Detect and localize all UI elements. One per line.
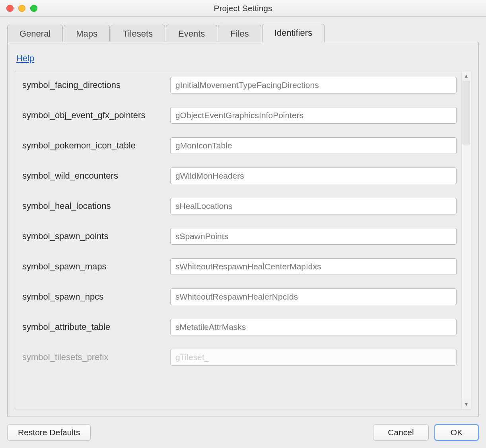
scroll-down-icon[interactable]: ▼	[462, 399, 471, 409]
identifier-label: symbol_spawn_maps	[20, 261, 170, 272]
scroll-track[interactable]	[462, 81, 471, 399]
zoom-icon[interactable]	[30, 5, 37, 12]
tab-general[interactable]: General	[7, 25, 63, 43]
identifier-input-spawn-points[interactable]	[170, 228, 457, 245]
identifier-row: symbol_attribute_table	[20, 319, 457, 335]
identifier-input-attribute-table[interactable]	[170, 319, 457, 335]
identifier-row: symbol_facing_directions	[20, 77, 457, 93]
identifier-label: symbol_heal_locations	[20, 201, 170, 211]
identifiers-list-container: symbol_facing_directions symbol_obj_even…	[15, 71, 471, 409]
identifier-row: symbol_spawn_npcs	[20, 288, 457, 305]
identifier-label: symbol_spawn_points	[20, 231, 170, 242]
tab-identifiers[interactable]: Identifiers	[262, 24, 325, 43]
identifier-input-tilesets-prefix[interactable]	[170, 349, 457, 366]
scrollbar[interactable]: ▲ ▼	[461, 71, 471, 409]
identifier-label: symbol_obj_event_gfx_pointers	[20, 110, 170, 121]
dialog-footer: Restore Defaults Cancel OK	[7, 424, 479, 441]
identifier-input-pokemon-icon-table[interactable]	[170, 137, 457, 154]
identifier-label: symbol_wild_encounters	[20, 171, 170, 181]
tab-tilesets[interactable]: Tilesets	[111, 25, 165, 43]
identifier-label: symbol_facing_directions	[20, 80, 170, 90]
identifier-label: symbol_pokemon_icon_table	[20, 140, 170, 151]
tab-events[interactable]: Events	[166, 25, 217, 43]
identifier-input-facing-directions[interactable]	[170, 77, 457, 93]
identifier-label: symbol_spawn_npcs	[20, 292, 170, 302]
titlebar: Project Settings	[0, 0, 486, 17]
identifier-row: symbol_tilesets_prefix	[20, 349, 457, 366]
identifier-input-spawn-maps[interactable]	[170, 258, 457, 275]
tab-maps[interactable]: Maps	[64, 25, 110, 43]
identifier-row: symbol_wild_encounters	[20, 168, 457, 184]
identifier-input-wild-encounters[interactable]	[170, 168, 457, 184]
identifier-label: symbol_attribute_table	[20, 322, 170, 332]
scroll-thumb[interactable]	[463, 81, 470, 144]
scroll-up-icon[interactable]: ▲	[462, 71, 471, 81]
close-icon[interactable]	[6, 5, 14, 12]
identifier-row: symbol_spawn_points	[20, 228, 457, 245]
restore-defaults-button[interactable]: Restore Defaults	[7, 424, 91, 441]
identifier-row: symbol_heal_locations	[20, 198, 457, 214]
identifier-input-heal-locations[interactable]	[170, 198, 457, 214]
identifiers-list: symbol_facing_directions symbol_obj_even…	[15, 71, 461, 409]
tab-panel-identifiers: Help symbol_facing_directions symbol_obj…	[7, 42, 479, 417]
identifier-row: symbol_obj_event_gfx_pointers	[20, 107, 457, 124]
identifier-row: symbol_pokemon_icon_table	[20, 137, 457, 154]
content-area: General Maps Tilesets Events Files Ident…	[0, 17, 486, 448]
help-link[interactable]: Help	[16, 53, 471, 64]
identifier-input-obj-event-gfx-pointers[interactable]	[170, 107, 457, 124]
minimize-icon[interactable]	[18, 5, 25, 12]
traffic-lights	[6, 5, 37, 12]
ok-button[interactable]: OK	[434, 424, 479, 441]
identifier-row: symbol_spawn_maps	[20, 258, 457, 275]
window-title: Project Settings	[0, 4, 486, 13]
cancel-button[interactable]: Cancel	[373, 424, 429, 441]
tabs-row: General Maps Tilesets Events Files Ident…	[7, 24, 479, 42]
identifier-label: symbol_tilesets_prefix	[20, 352, 170, 362]
identifier-input-spawn-npcs[interactable]	[170, 288, 457, 305]
tab-files[interactable]: Files	[218, 25, 261, 43]
